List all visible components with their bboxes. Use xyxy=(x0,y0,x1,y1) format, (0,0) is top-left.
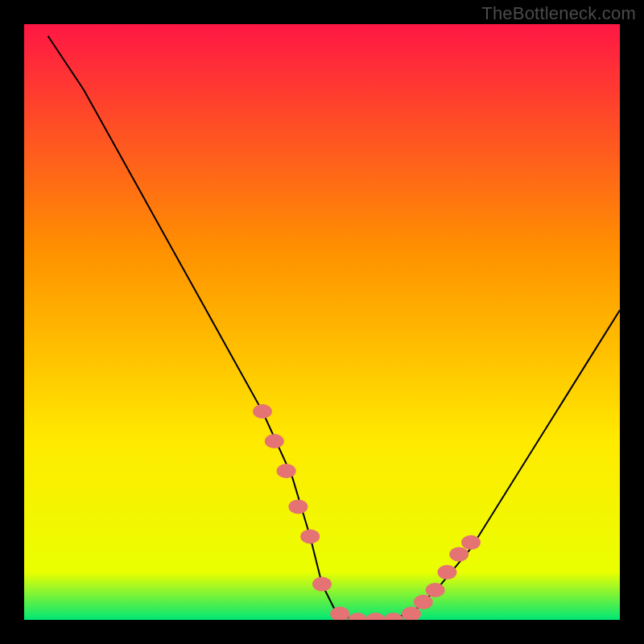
marker-point xyxy=(449,547,469,562)
gradient-background xyxy=(24,24,620,620)
marker-point xyxy=(265,434,284,448)
marker-point xyxy=(426,583,445,597)
marker-point xyxy=(312,577,332,592)
marker-point xyxy=(277,464,296,478)
marker-point xyxy=(437,565,456,580)
marker-point xyxy=(288,499,308,514)
marker-point xyxy=(461,535,481,550)
chart-canvas xyxy=(24,24,620,620)
watermark-text: TheBottleneck.com xyxy=(481,3,636,24)
marker-point xyxy=(414,595,433,609)
chart-svg xyxy=(24,24,620,620)
marker-point xyxy=(300,529,320,543)
marker-point xyxy=(253,404,272,419)
